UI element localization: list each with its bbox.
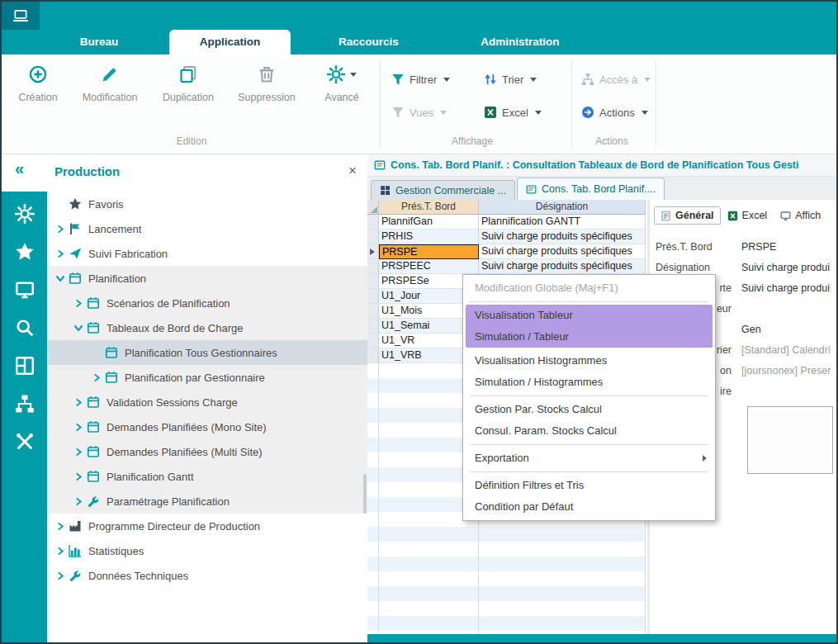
trier-button[interactable]: Trier (484, 69, 537, 89)
chevron-right-icon[interactable] (52, 547, 69, 556)
sidebar-tools-icon[interactable] (14, 431, 36, 452)
row-selector[interactable] (367, 230, 379, 244)
field-value[interactable]: PRSPE (741, 241, 838, 253)
tree-item-planification-tous-gestionnaires[interactable]: Planification Tous Gestionnaires (47, 340, 367, 365)
row-selector[interactable] (367, 348, 379, 363)
cell-pres[interactable]: PlannifGan (379, 215, 479, 230)
chevron-right-icon[interactable] (52, 225, 69, 234)
tab-general[interactable]: Général (654, 206, 721, 225)
tree-item-scenarios-planification[interactable]: Scénarios de Planification (47, 291, 367, 315)
memo-field[interactable] (747, 406, 833, 474)
table-row[interactable]: PRSPEEC Suivi charge produits spécifique… (367, 259, 646, 274)
cell-pres-selected[interactable]: PRSPE (379, 244, 479, 259)
creation-button[interactable]: Création (8, 64, 68, 117)
tree-item-programme-directeur[interactable]: Programme Directeur de Production (47, 514, 367, 538)
chevron-down-icon[interactable] (70, 324, 87, 332)
menu-item-definition-filtres-et-tris[interactable]: Définition Filtres et Tris (463, 475, 715, 496)
tree-item-favoris[interactable]: Favoris (47, 192, 367, 216)
menu-item-visualisation-histogrammes[interactable]: Visualisation Histogrammes (463, 350, 715, 372)
cell-designation[interactable]: Plannification GANTT (479, 215, 646, 230)
menu-item-consul-param-stocks-calcul[interactable]: Consul. Param. Stocks Calcul (463, 420, 715, 442)
duplication-button[interactable]: Duplication (152, 64, 225, 117)
suppression-button[interactable]: Suppression (228, 64, 305, 117)
sidebar-window-icon[interactable] (14, 355, 36, 376)
tree-item-lancement[interactable]: Lancement (47, 216, 367, 241)
tree-item-donnees-techniques[interactable]: Données Techniques (47, 563, 367, 588)
column-header-designation[interactable]: Désignation (479, 200, 646, 215)
acces-a-button[interactable]: Accès à (581, 69, 651, 89)
chevron-right-icon[interactable] (70, 472, 87, 481)
menu-tab-application[interactable]: Application (169, 30, 291, 54)
tree-item-planification-par-gestionnaire[interactable]: Planification par Gestionnaire (47, 365, 367, 390)
table-row[interactable]: PRHIS Suivi charge produits spécifiques (367, 230, 646, 244)
tree-item-validation-sessions-charge[interactable]: Validation Sessions Charge (47, 390, 367, 414)
tree-item-demandes-planifiees-multi-site[interactable]: Demandes Planifiées (Multi Site) (47, 439, 367, 464)
tab-gestion-commerciale[interactable]: Gestion Commerciale ... (371, 180, 515, 200)
table-row[interactable]: PlannifGan Plannification GANTT (367, 215, 646, 230)
chevron-right-icon[interactable] (52, 249, 69, 258)
chevron-right-icon[interactable] (70, 299, 87, 308)
cell-designation[interactable]: Suivi charge produits spécifiques (479, 259, 646, 274)
menu-item-condition-par-defaut[interactable]: Condition par Défaut (463, 496, 715, 518)
menu-item-exportation[interactable]: Exportation (463, 447, 715, 469)
chevron-right-icon[interactable] (70, 398, 87, 407)
menu-item-visualisation-tableur[interactable]: Visualisation Tableur (466, 305, 713, 326)
cell-designation[interactable]: Suivi charge produits spécifiques (479, 244, 646, 259)
menu-item-simulation-tableur[interactable]: Simulation / Tableur (466, 326, 713, 348)
menu-tab-bureau[interactable]: Bureau (50, 30, 149, 54)
table-row-selected[interactable]: PRSPE Suivi charge produits spécifiques (367, 244, 646, 259)
chevron-right-icon[interactable] (52, 571, 69, 580)
filtrer-button[interactable]: Filtrer (391, 69, 450, 89)
chevron-right-icon[interactable] (52, 522, 69, 531)
sidebar-sitemap-icon[interactable] (14, 393, 36, 414)
tree-item-suivi-fabrication[interactable]: Suivi Fabrication (47, 241, 367, 266)
row-selector[interactable] (367, 274, 379, 289)
row-selector[interactable] (367, 319, 379, 334)
chevron-right-icon[interactable] (70, 423, 87, 432)
field-value[interactable]: Suivi charge produi (741, 282, 838, 294)
sidebar-star-icon[interactable] (14, 241, 36, 263)
row-selector[interactable] (367, 289, 379, 304)
field-value[interactable]: Gen (741, 324, 838, 335)
app-logo-icon[interactable] (2, 2, 40, 30)
tree-item-statistiques[interactable]: Statistiques (47, 538, 367, 563)
sidebar-gear-icon[interactable] (14, 203, 36, 225)
close-panel-icon[interactable]: × (348, 163, 357, 179)
row-selector[interactable] (367, 215, 379, 230)
sidebar-search-icon[interactable] (14, 317, 36, 339)
tree-item-planification[interactable]: Planification (47, 266, 367, 291)
chevron-right-icon[interactable] (70, 447, 87, 457)
chevron-right-icon[interactable] (88, 373, 105, 382)
row-selector[interactable] (367, 334, 379, 348)
menu-tab-raccourcis[interactable]: Raccourcis (309, 30, 428, 54)
actions-button[interactable]: Actions (581, 102, 648, 122)
tab-affichage[interactable]: Affich (774, 206, 827, 225)
row-selector[interactable] (367, 244, 379, 259)
tree-item-demandes-planifiees-mono-site[interactable]: Demandes Planifiées (Mono Site) (47, 414, 367, 439)
select-all-corner[interactable] (367, 200, 379, 215)
tree-scrollbar-thumb[interactable] (363, 474, 367, 514)
chevron-down-icon[interactable] (52, 274, 69, 282)
tree-item-tableaux-de-bord-de-charge[interactable]: Tableaux de Bord de Charge (47, 315, 367, 340)
cell-pres[interactable]: PRHIS (379, 230, 479, 244)
cell-pres[interactable]: PRSPEEC (379, 259, 479, 274)
row-selector[interactable] (367, 259, 379, 274)
field-value[interactable]: Suivi charge produi (741, 262, 838, 273)
menu-tab-administration[interactable]: Administration (446, 30, 594, 54)
tab-excel[interactable]: Excel (721, 206, 774, 225)
menu-item-simulation-histogrammes[interactable]: Simulation / Histogrammes (463, 372, 715, 393)
cell-designation[interactable]: Suivi charge produits spécifiques (479, 230, 646, 244)
tab-cons-tab-bord-planif[interactable]: Cons. Tab. Bord Planif.... (517, 178, 665, 200)
tree-item-planification-gantt[interactable]: Planification Gantt (47, 464, 367, 489)
column-header-pres-t-bord[interactable]: Prés.T. Bord (379, 200, 479, 215)
excel-button[interactable]: Excel (484, 102, 542, 122)
avance-button[interactable]: Avancé (309, 64, 375, 117)
chevron-right-icon[interactable] (70, 497, 87, 506)
modification-button[interactable]: Modification (73, 64, 147, 117)
vues-button[interactable]: Vues (391, 102, 447, 122)
sidebar-monitor-icon[interactable] (14, 279, 36, 301)
row-selector[interactable] (367, 304, 379, 319)
tree-item-parametrage-planification[interactable]: Paramétrage Planification (47, 489, 367, 514)
menu-item-gestion-par-stocks-calcul[interactable]: Gestion Par. Stocks Calcul (463, 399, 715, 420)
collapse-panel-icon[interactable]: « (15, 159, 24, 178)
